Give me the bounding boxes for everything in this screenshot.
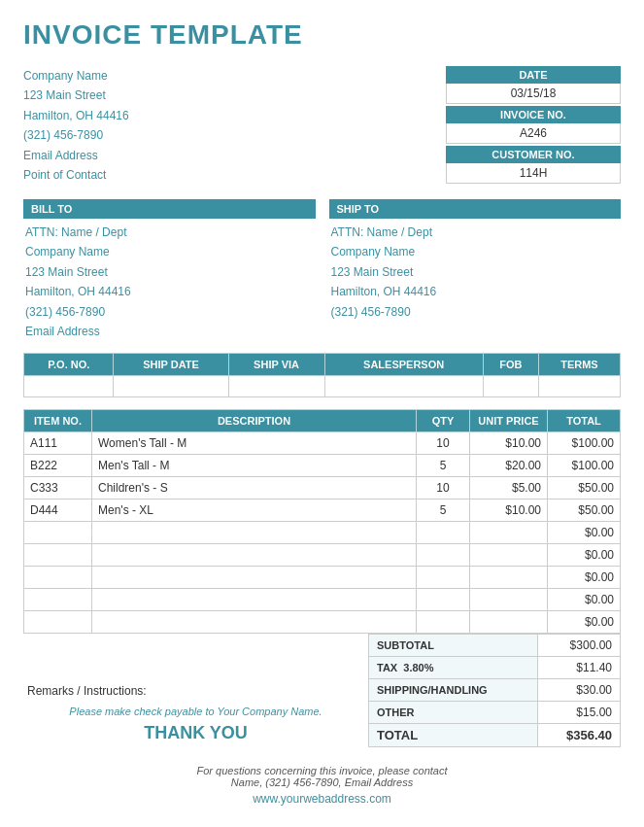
empty-item-row: $0.00 (24, 611, 621, 634)
bill-company: Company Name (23, 242, 316, 261)
po-data-row (24, 376, 621, 397)
total-label: TOTAL (369, 724, 538, 747)
tax-rate: 3.80% (403, 662, 433, 673)
empty-desc (92, 589, 417, 611)
empty-qty (417, 567, 470, 589)
item-qty-0: 10 (417, 432, 470, 455)
ship-via-value (228, 376, 324, 397)
empty-qty (417, 589, 470, 611)
company-street: 123 Main Street (23, 86, 129, 105)
empty-total: $0.00 (548, 567, 621, 589)
remarks-label: Remarks / Instructions: (27, 676, 364, 698)
company-email: Email Address (23, 146, 129, 165)
po-no-value (24, 376, 114, 397)
item-desc-0: Women's Tall - M (92, 432, 417, 455)
item-unit-price-0: $10.00 (470, 432, 548, 455)
item-no-2: C333 (24, 477, 92, 500)
ship-city: Hamilton, OH 44416 (329, 282, 622, 301)
company-city: Hamilton, OH 44416 (23, 106, 129, 125)
footer-contact-detail: Name, (321) 456-7890, Email Address (23, 776, 621, 788)
col-item-no: ITEM NO. (24, 410, 92, 432)
subtotal-value: $300.00 (537, 635, 620, 657)
subtotal-label: SUBTOTAL (369, 635, 538, 657)
item-total-3: $50.00 (548, 500, 621, 522)
shipping-label: SHIPPING/HANDLING (369, 679, 538, 702)
tax-row: TAX 3.80% $11.40 (369, 657, 621, 679)
payment-note-prefix: Please make check payable to (69, 706, 217, 717)
invoice-no-label: INVOICE NO. (446, 106, 621, 123)
item-row: B222 Men's Tall - M 5 $20.00 $100.00 (24, 455, 621, 477)
empty-item-row: $0.00 (24, 589, 621, 611)
invoice-title: INVOICE TEMPLATE (23, 19, 621, 51)
empty-desc (92, 544, 417, 567)
item-no-3: D444 (24, 500, 92, 522)
po-col-ship-via: SHIP VIA (228, 354, 324, 376)
totals-column: SUBTOTAL $300.00 TAX 3.80% $11.40 SHIPPI… (368, 634, 621, 747)
bill-street: 123 Main Street (23, 262, 316, 282)
po-table: P.O. NO. SHIP DATE SHIP VIA SALESPERSON … (23, 353, 621, 397)
fob-value (483, 376, 538, 397)
empty-item-row: $0.00 (24, 567, 621, 589)
po-col-ship-date: SHIP DATE (114, 354, 228, 376)
bill-to-header: BILL TO (23, 199, 316, 219)
bill-city: Hamilton, OH 44416 (23, 282, 316, 301)
invoice-meta: DATE 03/15/18 INVOICE NO. A246 CUSTOMER … (446, 66, 621, 186)
item-row: C333 Children's - S 10 $5.00 $50.00 (24, 477, 621, 500)
col-qty: QTY (417, 410, 470, 432)
ship-company: Company Name (329, 242, 622, 261)
empty-item-no (24, 611, 92, 634)
terms-value (538, 376, 620, 397)
empty-unit-price (470, 544, 548, 567)
ship-date-value (114, 376, 228, 397)
company-phone: (321) 456-7890 (23, 125, 129, 145)
items-table: ITEM NO. DESCRIPTION QTY UNIT PRICE TOTA… (23, 409, 621, 634)
items-header-row: ITEM NO. DESCRIPTION QTY UNIT PRICE TOTA… (24, 410, 621, 432)
customer-no-row: CUSTOMER NO. 114H (446, 146, 621, 184)
empty-unit-price (470, 567, 548, 589)
empty-unit-price (470, 522, 548, 544)
footer-contact-text: For questions concerning this invoice, p… (23, 765, 621, 776)
other-value: $15.00 (537, 702, 620, 724)
footer-left: Remarks / Instructions: Please make chec… (23, 634, 368, 747)
empty-desc (92, 522, 417, 544)
item-total-1: $100.00 (548, 455, 621, 477)
col-total: TOTAL (548, 410, 621, 432)
item-qty-2: 10 (417, 477, 470, 500)
empty-total: $0.00 (548, 611, 621, 634)
empty-total: $0.00 (548, 522, 621, 544)
item-desc-2: Children's - S (92, 477, 417, 500)
payment-note: Please make check payable to Your Compan… (27, 706, 364, 717)
empty-unit-price (470, 589, 548, 611)
empty-item-no (24, 522, 92, 544)
empty-unit-price (470, 611, 548, 634)
date-label: DATE (446, 66, 621, 84)
empty-qty (417, 522, 470, 544)
salesperson-value (324, 376, 483, 397)
po-header-row: P.O. NO. SHIP DATE SHIP VIA SALESPERSON … (24, 354, 621, 376)
invoice-no-row: INVOICE NO. A246 (446, 106, 621, 144)
other-row: OTHER $15.00 (369, 702, 621, 724)
totals-table: SUBTOTAL $300.00 TAX 3.80% $11.40 SHIPPI… (368, 634, 621, 747)
total-value: $356.40 (537, 724, 620, 747)
item-qty-1: 5 (417, 455, 470, 477)
ship-to-header: SHIP TO (329, 199, 622, 219)
empty-desc (92, 567, 417, 589)
invoice-no-value: A246 (446, 123, 621, 144)
empty-item-no (24, 589, 92, 611)
item-no-1: B222 (24, 455, 92, 477)
tax-label: TAX 3.80% (369, 657, 538, 679)
ship-attn: ATTN: Name / Dept (329, 223, 622, 242)
item-unit-price-3: $10.00 (470, 500, 548, 522)
footer-bottom: For questions concerning this invoice, p… (23, 765, 621, 806)
bill-email: Email Address (23, 322, 316, 341)
po-col-terms: TERMS (538, 354, 620, 376)
item-row: D444 Men's - XL 5 $10.00 $50.00 (24, 500, 621, 522)
date-row: DATE 03/15/18 (446, 66, 621, 104)
thank-you: THANK YOU (27, 723, 364, 743)
item-no-0: A111 (24, 432, 92, 455)
bill-phone: (321) 456-7890 (23, 302, 316, 322)
col-description: DESCRIPTION (92, 410, 417, 432)
total-row: TOTAL $356.40 (369, 724, 621, 747)
bill-ship-section: BILL TO ATTN: Name / Dept Company Name 1… (23, 199, 621, 341)
bill-to-box: BILL TO ATTN: Name / Dept Company Name 1… (23, 199, 316, 341)
